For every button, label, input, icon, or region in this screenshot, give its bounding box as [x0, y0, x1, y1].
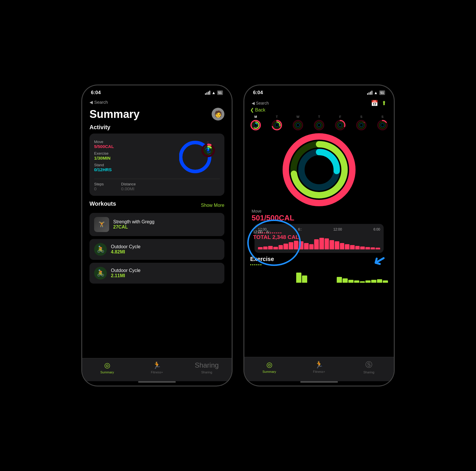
tab-sharing-1[interactable]: Sharing Sharing: [182, 361, 232, 374]
chart-bar: [268, 246, 273, 249]
chart-bar: [314, 239, 319, 249]
move-value: 5/500CAL: [94, 144, 179, 149]
phone-2: 6:04 ▲ 51 ◀ Search 📅 ⬆: [244, 85, 394, 386]
workouts-section-title: Workouts: [89, 200, 116, 207]
tab-bar-1: ◎ Summary 🏃 Fitness+ Sharing Sharing: [82, 358, 232, 381]
summary-header: Summary 🧑: [89, 108, 224, 121]
summary-tab-icon-2: ◎: [266, 361, 272, 369]
exercise-bar: [371, 280, 376, 283]
chart-container: 12:00 6:: 12:00 6:00: [249, 224, 389, 253]
tab-summary-2[interactable]: ◎ Summary: [244, 361, 294, 373]
workout-name-3: Outdoor Cycle: [111, 268, 140, 273]
svg-point-26: [316, 122, 322, 128]
bike-icon-2: 🚴: [94, 267, 107, 280]
workouts-header: Workouts Show More: [89, 200, 224, 210]
chart-bar: [329, 240, 334, 249]
tooltip-content: 12:00 6:: TOTAL 2,348 CAL: [250, 227, 302, 243]
large-rings-wrapper: → →→ ↑: [244, 132, 394, 207]
chart-bar: [283, 244, 288, 249]
workout-card-3[interactable]: 🚴 Outdoor Cycle 2.11MI: [89, 263, 224, 284]
steps-label: Steps: [94, 182, 104, 186]
chart-bar: [325, 238, 329, 249]
summary-tab-label-2: Summary: [262, 370, 276, 373]
week-days: M T: [244, 113, 394, 131]
tab-sharing-2[interactable]: Ⓢ Sharing: [344, 360, 394, 374]
exercise-bar: [348, 280, 354, 283]
svg-point-41: [381, 123, 384, 127]
workout-thumb: 🏋️: [94, 217, 109, 232]
workout-info-3: Outdoor Cycle 2.11MI: [111, 268, 140, 278]
move-stat: Move 5/500CAL: [94, 140, 179, 149]
day-sunday[interactable]: S: [377, 115, 388, 131]
phone2-nav: ◀ Search 📅 ⬆: [244, 98, 394, 107]
phone-1: 6:04 ▲ 51 ◀ Search: [82, 85, 232, 386]
workout-card-1[interactable]: 🏋️ Strength with Gregg 27CAL: [89, 213, 224, 236]
steps-item: Steps 0: [94, 182, 104, 191]
workout-dist-3: 2.11MI: [111, 273, 140, 278]
workout-dist-2: 4.82MI: [111, 249, 140, 255]
sharing-tab-label: Sharing: [201, 370, 212, 374]
day-monday[interactable]: M: [250, 115, 261, 131]
steps-distance: Steps 0 Distance 0.00MI: [94, 179, 220, 191]
activity-card: Move 5/500CAL Exercise 1/30MIN Stand 0/1…: [89, 134, 224, 196]
nav-actions: 📅 ⬆: [371, 100, 387, 107]
fitness-tab-icon-2: 🏃: [315, 361, 323, 369]
chart-bar: [279, 245, 283, 249]
fitness-tab-label-2: Fitness+: [313, 370, 325, 373]
status-icons-2: ▲ 51: [367, 90, 385, 95]
stand-label: Stand: [94, 163, 179, 167]
chart-bar: [309, 244, 314, 249]
wifi-icon: ▲: [212, 90, 216, 95]
move-label-2: Move: [252, 209, 387, 213]
activity-row: Move 5/500CAL Exercise 1/30MIN Stand 0/1…: [94, 138, 220, 176]
exercise-bar: [296, 273, 301, 283]
day-friday[interactable]: F: [335, 115, 346, 131]
calendar-icon[interactable]: 📅: [371, 100, 378, 107]
day-tuesday[interactable]: T: [271, 115, 282, 131]
chart-bar: [355, 246, 360, 249]
phone1-nav: ◀ Search: [82, 98, 232, 105]
distance-item: Distance 0.00MI: [121, 182, 136, 191]
show-more-button[interactable]: Show More: [201, 203, 224, 208]
exercise-title: Exercise: [250, 256, 388, 262]
day-label-f: F: [339, 115, 341, 118]
back-button[interactable]: ❮ Back: [250, 107, 388, 113]
activity-section-title: Activity: [89, 124, 224, 131]
sharing-tab-icon-2: Ⓢ: [365, 360, 372, 369]
phone1-main: Summary 🧑 Activity Move 5/500CAL Exer: [82, 105, 232, 358]
chart-bar: [304, 243, 309, 249]
workout-name-2: Outdoor Cycle: [111, 244, 140, 249]
svg-point-36: [358, 122, 365, 128]
signal-icon-2: [367, 91, 372, 95]
stand-value: 0/12HRS: [94, 167, 179, 172]
strength-image: 🏋️: [94, 217, 109, 232]
move-info: Move 501/500CAL: [244, 209, 394, 222]
workout-card-2[interactable]: 🚴 Outdoor Cycle 4.82MI: [89, 239, 224, 260]
tooltip-total: TOTAL 2,348 CAL: [253, 234, 299, 240]
day-label-w: W: [296, 115, 299, 118]
tab-bar-2: ◎ Summary 🏃 Fitness+ Ⓢ Sharing: [244, 357, 394, 381]
status-icons-1: ▲ 51: [205, 90, 223, 95]
chart-bar: [273, 247, 278, 249]
tab-fitness-1[interactable]: 🏃 Fitness+: [132, 361, 182, 374]
share-icon[interactable]: ⬆: [382, 100, 387, 107]
chart-bar: [360, 247, 365, 249]
day-thursday[interactable]: T: [314, 115, 325, 131]
avatar[interactable]: 🧑: [212, 108, 224, 121]
svg-point-24: [296, 123, 300, 127]
exercise-stat: Exercise 1/30MIN: [94, 151, 179, 160]
activity-stats: Move 5/500CAL Exercise 1/30MIN Stand 0/1…: [94, 140, 179, 174]
chart-bar: [258, 247, 263, 249]
svg-text:→: →: [206, 140, 209, 143]
day-saturday[interactable]: S: [356, 115, 367, 131]
tab-fitness-2[interactable]: 🏃 Fitness+: [294, 361, 344, 373]
workout-info-2: Outdoor Cycle 4.82MI: [111, 244, 140, 255]
chart-bar: [345, 244, 349, 249]
chart-bar: [376, 248, 380, 249]
svg-point-37: [360, 123, 363, 127]
chart-bar: [350, 245, 355, 249]
tab-summary-1[interactable]: ◎ Summary: [82, 361, 132, 374]
day-wednesday[interactable]: W: [292, 115, 303, 131]
back-search-1[interactable]: ◀ Search: [89, 100, 108, 105]
exercise-bars: [250, 265, 388, 283]
